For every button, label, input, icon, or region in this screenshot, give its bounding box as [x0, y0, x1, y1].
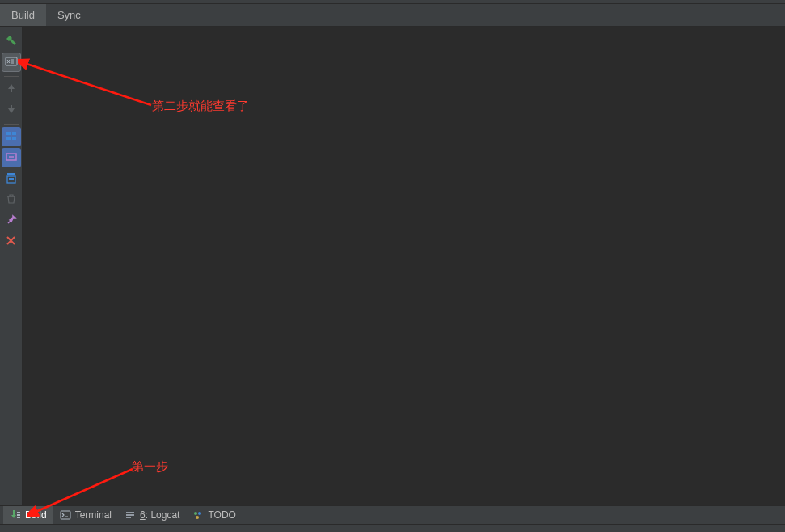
- svg-point-13: [194, 512, 197, 515]
- bottom-terminal-button[interactable]: Terminal: [53, 506, 118, 524]
- bottom-build-button[interactable]: Build: [3, 506, 53, 524]
- build-status-icon: [10, 509, 21, 521]
- pin-button[interactable]: [2, 211, 21, 230]
- trash-button[interactable]: [2, 190, 21, 209]
- arrow-down-icon: [6, 103, 17, 117]
- bottom-build-label: Build: [25, 509, 47, 521]
- tab-build-label: Build: [11, 9, 35, 21]
- toggle-view-icon: [5, 55, 18, 70]
- svg-rect-1: [6, 132, 11, 135]
- svg-rect-12: [61, 511, 70, 519]
- build-panel-tabs: Build Sync: [0, 4, 785, 27]
- svg-rect-8: [9, 178, 14, 180]
- logcat-icon: [125, 509, 136, 521]
- close-button[interactable]: [2, 232, 21, 251]
- tab-build[interactable]: Build: [0, 4, 46, 26]
- arrow-up-icon: [6, 82, 17, 96]
- bottom-todo-button[interactable]: TODO: [186, 506, 242, 524]
- bottom-logcat-button[interactable]: 6: Logcat: [118, 506, 186, 524]
- svg-point-15: [196, 516, 199, 519]
- hammer-icon: [5, 34, 18, 49]
- prev-error-button[interactable]: [2, 79, 21, 99]
- svg-rect-3: [6, 137, 11, 140]
- close-icon: [6, 235, 16, 248]
- bottom-tool-bar: Build Terminal 6: Logcat TODO: [0, 505, 785, 524]
- export-button[interactable]: [2, 169, 21, 188]
- bottom-logcat-label: 6: Logcat: [140, 509, 179, 521]
- terminal-icon: [60, 509, 71, 521]
- main-area: [0, 27, 785, 505]
- toggle-view-button[interactable]: [2, 53, 21, 72]
- collapse-button[interactable]: [2, 148, 21, 167]
- tab-sync-label: Sync: [57, 9, 81, 21]
- bottom-terminal-label: Terminal: [75, 509, 112, 521]
- svg-point-14: [198, 512, 201, 515]
- status-bar: [0, 524, 785, 532]
- toolbar-separator: [4, 76, 19, 77]
- next-error-button[interactable]: [2, 100, 21, 120]
- expand-button[interactable]: [2, 127, 21, 146]
- svg-rect-6: [7, 173, 15, 175]
- collapse-icon: [5, 150, 18, 166]
- expand-icon: [5, 129, 18, 145]
- svg-rect-9: [17, 512, 20, 513]
- build-left-toolbar: [0, 27, 23, 505]
- build-hammer-button[interactable]: [2, 32, 21, 51]
- svg-rect-2: [12, 132, 16, 135]
- svg-rect-4: [12, 137, 16, 140]
- svg-rect-10: [17, 514, 20, 516]
- toolbar-separator-2: [4, 124, 19, 125]
- trash-icon: [6, 193, 17, 207]
- build-output-area: [23, 27, 785, 505]
- tab-sync[interactable]: Sync: [46, 4, 92, 26]
- todo-icon: [192, 509, 204, 521]
- bottom-todo-label: TODO: [208, 509, 235, 521]
- pin-icon: [6, 214, 17, 228]
- svg-rect-11: [17, 517, 20, 518]
- export-icon: [5, 171, 18, 187]
